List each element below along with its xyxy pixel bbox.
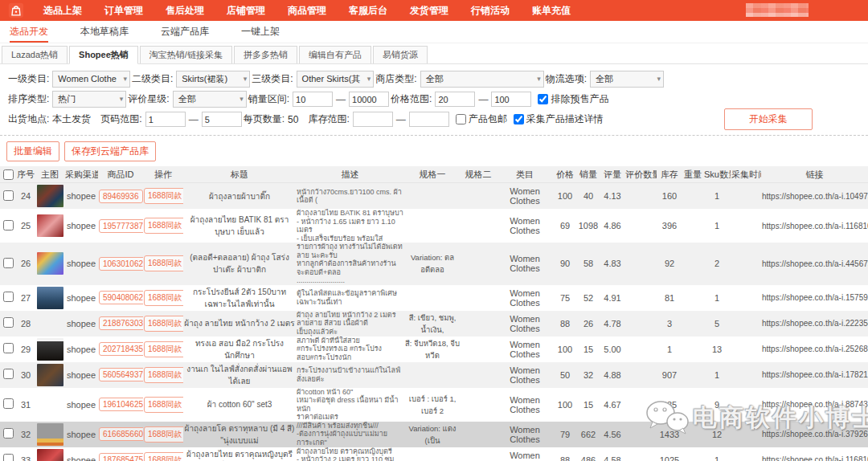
price-max-input[interactable]: [491, 92, 531, 107]
cell-weight: [682, 388, 703, 422]
batch-edit-button[interactable]: 批量编辑: [6, 141, 59, 161]
topnav-item[interactable]: 售后处理: [154, 0, 215, 21]
tab[interactable]: Lazada热销: [2, 46, 68, 63]
product-link[interactable]: https://shopee.co.th/a-i.116810370.18768…: [761, 447, 868, 461]
tab[interactable]: 易销货源: [373, 46, 428, 63]
cell-stock: 3: [657, 311, 682, 337]
product-id-button[interactable]: 1876854757: [99, 453, 143, 461]
find-1688-button[interactable]: 1688同款: [144, 316, 183, 332]
find-1688-button[interactable]: 1688同款: [144, 188, 183, 204]
find-1688-button[interactable]: 1688同款: [144, 218, 183, 234]
product-link[interactable]: https://shopee.co.th/a-i.116810370.19577…: [761, 209, 868, 243]
topnav-item[interactable]: 客服后台: [338, 0, 399, 21]
free-shipping-checkbox[interactable]: [456, 114, 466, 124]
product-link[interactable]: https://shopee.co.th/a-i.88743193.196104…: [761, 388, 868, 422]
topnav-item[interactable]: 账单充值: [521, 0, 582, 21]
topnav-item[interactable]: 店铺管理: [215, 0, 276, 21]
cell-weight: [682, 243, 703, 285]
sales-max-input[interactable]: [349, 92, 389, 107]
product-id-button[interactable]: 1063010629: [99, 257, 143, 271]
tab[interactable]: 淘宝热销/链接采集: [140, 46, 232, 63]
topnav-item[interactable]: 选品上架: [32, 0, 93, 21]
save-to-cloud-button[interactable]: 保存到云端产品库: [64, 141, 156, 161]
product-link[interactable]: https://shopee.co.th/a-i.157592426.59040…: [761, 285, 868, 311]
row-checkbox[interactable]: [3, 454, 14, 461]
row-checkbox[interactable]: [3, 317, 14, 328]
cell-spec1: [404, 362, 461, 388]
product-link[interactable]: https://shopee.co.th/a-i.10497367.894699…: [761, 183, 868, 210]
topnav-item[interactable]: 订单管理: [93, 0, 154, 21]
logistics-select[interactable]: 全部▾: [590, 71, 664, 88]
product-link[interactable]: https://shopee.co.th/a-i.178217620.56056…: [761, 362, 868, 388]
per-page-value: 50: [288, 114, 298, 125]
select-all-checkbox[interactable]: [3, 169, 14, 180]
product-id-button[interactable]: 2188763031: [99, 316, 143, 330]
product-id-button[interactable]: 1961046253: [99, 398, 143, 411]
cell-rating: 4.58: [600, 447, 624, 461]
tab[interactable]: 拼多多热销: [234, 46, 297, 63]
stock-min-input[interactable]: [353, 112, 393, 127]
start-collect-button[interactable]: 开始采集: [724, 108, 813, 130]
product-thumbnail: [37, 423, 63, 446]
product-link[interactable]: https://shopee.co.th/a-i.37926187.616685…: [761, 422, 868, 447]
subnav-item[interactable]: 选品开发: [10, 21, 48, 43]
sales-range-label: 销量区间:: [248, 92, 289, 106]
find-1688-button[interactable]: 1688同款: [144, 255, 183, 271]
cell-select: [0, 447, 16, 461]
subnav-item[interactable]: 本地草稿库: [80, 21, 129, 43]
find-1688-button[interactable]: 1688同款: [144, 341, 183, 357]
find-1688-button[interactable]: 1688同款: [144, 426, 183, 443]
collect-description-checkbox[interactable]: [514, 114, 524, 124]
cat3-select[interactable]: Other Skirts(其▾: [297, 71, 375, 88]
subnav-item[interactable]: 云端产品库: [161, 21, 209, 43]
sales-min-input[interactable]: [293, 92, 333, 107]
cell-stock: 1025: [657, 447, 682, 461]
cell-price: 75: [554, 285, 576, 311]
row-checkbox[interactable]: [3, 190, 14, 201]
cell-channel: shopee: [64, 337, 98, 362]
topnav-item[interactable]: 商品管理: [276, 0, 338, 21]
sort-select[interactable]: 热门▾: [52, 91, 126, 108]
row-checkbox[interactable]: [3, 428, 14, 439]
row-checkbox[interactable]: [3, 292, 14, 302]
find-1688-button[interactable]: 1688同款: [144, 367, 183, 383]
stock-max-input[interactable]: [409, 112, 449, 127]
cell-sku: 12: [703, 422, 731, 447]
topnav-item[interactable]: 行销活动: [460, 0, 521, 21]
find-1688-button[interactable]: 1688同款: [144, 290, 183, 306]
cell-seq: 31: [16, 388, 35, 422]
row-checkbox[interactable]: [3, 369, 14, 379]
shop-type-select[interactable]: 全部▾: [420, 71, 544, 88]
cell-id: 89469936: [98, 183, 143, 210]
row-checkbox[interactable]: [3, 343, 14, 353]
rating-select[interactable]: 全部▾: [173, 91, 247, 108]
product-id-button[interactable]: 5605649379: [99, 368, 143, 381]
cat1-select[interactable]: Women Clothe▾: [52, 71, 130, 88]
cell-spec1: [404, 209, 461, 243]
price-min-input[interactable]: [435, 92, 475, 107]
product-id-button[interactable]: 2027184355: [99, 342, 143, 356]
product-link[interactable]: https://shopee.co.th/a-i.25268305.202718…: [761, 337, 868, 362]
cell-category: Women Clothes: [496, 362, 554, 388]
row-checkbox[interactable]: [3, 398, 14, 409]
exclude-presale-checkbox[interactable]: [538, 94, 548, 104]
product-id-button[interactable]: 1957773876: [99, 219, 143, 233]
product-id-button[interactable]: 89469936: [99, 190, 143, 203]
tab[interactable]: 编辑自有产品: [299, 46, 371, 63]
find-1688-button[interactable]: 1688同款: [144, 397, 183, 413]
product-id-button[interactable]: 5904080620: [99, 291, 143, 304]
product-id-button[interactable]: 616685660: [99, 427, 143, 441]
row-checkbox[interactable]: [3, 220, 14, 230]
tab[interactable]: Shopee热销: [69, 46, 138, 64]
product-link[interactable]: https://shopee.co.th/a-i.4456755.1063010…: [761, 243, 868, 285]
topnav-item[interactable]: 发货管理: [399, 0, 460, 21]
row-checkbox[interactable]: [3, 258, 14, 268]
cell-channel: shopee: [64, 311, 98, 337]
page-min-input[interactable]: [145, 112, 186, 127]
ship-from-value[interactable]: 本土发货: [52, 112, 91, 126]
cat2-select[interactable]: Skirts(裙装)▾: [176, 71, 250, 88]
find-1688-button[interactable]: 1688同款: [144, 452, 183, 461]
page-max-input[interactable]: [202, 112, 242, 127]
product-link[interactable]: https://shopee.co.th/a-i.22235476.218876…: [761, 311, 868, 337]
subnav-item[interactable]: 一键上架: [241, 21, 280, 43]
